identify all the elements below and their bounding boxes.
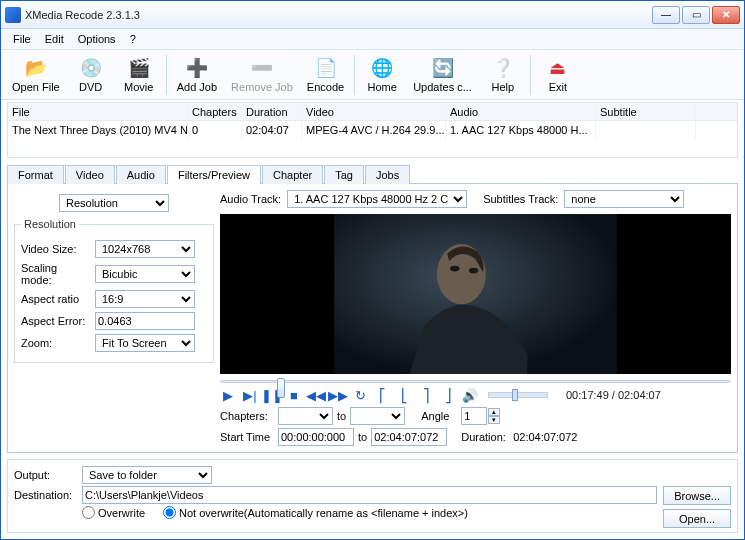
start-time-field[interactable] xyxy=(278,428,354,446)
svg-point-4 xyxy=(469,268,478,274)
next-frame-button[interactable]: ▶| xyxy=(242,387,258,403)
tab-tag[interactable]: Tag xyxy=(324,165,364,184)
encode-button[interactable]: 📄Encode xyxy=(300,53,351,97)
menu-help[interactable]: ? xyxy=(124,31,142,47)
disc-icon: 💿 xyxy=(80,57,102,79)
mark-out-button[interactable]: ⎦ xyxy=(440,387,456,403)
window-title: XMedia Recode 2.3.1.3 xyxy=(25,9,652,21)
angle-up[interactable]: ▴ xyxy=(488,408,500,416)
col-duration[interactable]: Duration xyxy=(242,103,302,120)
menubar: File Edit Options ? xyxy=(1,29,744,50)
chapter-from-select[interactable] xyxy=(278,407,333,425)
preview-frame xyxy=(220,214,731,374)
filters-panel: Resolution Resolution Video Size:1024x76… xyxy=(7,184,738,453)
home-button[interactable]: 🌐Home xyxy=(358,53,406,97)
maximize-button[interactable]: ▭ xyxy=(682,6,710,24)
scaling-mode-select[interactable]: Bicubic xyxy=(95,265,195,283)
plus-icon: ➕ xyxy=(186,57,208,79)
close-button[interactable]: ✕ xyxy=(712,6,740,24)
globe-icon: 🌐 xyxy=(371,57,393,79)
volume-slider[interactable] xyxy=(488,392,548,398)
end-time-field[interactable] xyxy=(371,428,447,446)
app-icon xyxy=(5,7,21,23)
tab-format[interactable]: Format xyxy=(7,165,64,184)
open-button[interactable]: Open... xyxy=(663,509,731,528)
chapter-to-select[interactable] xyxy=(350,407,405,425)
stop-button[interactable]: ■ xyxy=(286,387,302,403)
destination-field[interactable] xyxy=(82,486,657,504)
volume-icon[interactable]: 🔊 xyxy=(462,387,478,403)
film-icon: 🎬 xyxy=(128,57,150,79)
svg-point-3 xyxy=(450,266,459,272)
output-section: Output: Save to folder Destination: Over… xyxy=(7,459,738,533)
video-preview xyxy=(220,214,731,374)
overwrite-radio[interactable]: Overwrite xyxy=(82,506,145,519)
col-chapters[interactable]: Chapters xyxy=(188,103,242,120)
playback-controls: ▶ ▶| ❚❚ ■ ◀◀ ▶▶ ↻ ⎡ ⎣ ⎤ ⎦ 🔊 00:17:49 / 0… xyxy=(220,387,731,403)
rewind-button[interactable]: ◀◀ xyxy=(308,387,324,403)
seek-slider[interactable] xyxy=(220,380,731,383)
loop-button[interactable]: ↻ xyxy=(352,387,368,403)
video-size-select[interactable]: 1024x768 xyxy=(95,240,195,258)
aspect-ratio-select[interactable]: 16:9 xyxy=(95,290,195,308)
angle-down[interactable]: ▾ xyxy=(488,416,500,424)
angle-stepper[interactable]: ▴▾ xyxy=(461,407,500,425)
open-file-button[interactable]: 📂Open File xyxy=(5,53,67,97)
subtitles-track-select[interactable]: none xyxy=(564,190,684,208)
refresh-icon: 🔄 xyxy=(432,57,454,79)
dvd-button[interactable]: 💿DVD xyxy=(67,53,115,97)
forward-button[interactable]: ▶▶ xyxy=(330,387,346,403)
filter-select[interactable]: Resolution xyxy=(59,194,169,212)
col-audio[interactable]: Audio xyxy=(446,103,596,120)
mark-a-button[interactable]: ⎣ xyxy=(396,387,412,403)
exit-button[interactable]: ⏏Exit xyxy=(534,53,582,97)
titlebar: XMedia Recode 2.3.1.3 — ▭ ✕ xyxy=(1,1,744,29)
seek-thumb[interactable] xyxy=(277,378,285,398)
tabs: Format Video Audio Filters/Preview Chapt… xyxy=(7,164,738,184)
folder-open-icon: 📂 xyxy=(25,57,47,79)
tab-audio[interactable]: Audio xyxy=(116,165,166,184)
menu-edit[interactable]: Edit xyxy=(39,31,70,47)
tab-filters-preview[interactable]: Filters/Preview xyxy=(167,165,261,184)
audio-track-select[interactable]: 1. AAC 127 Kbps 48000 Hz 2 Channe xyxy=(287,190,467,208)
browse-button[interactable]: Browse... xyxy=(663,486,731,505)
play-button[interactable]: ▶ xyxy=(220,387,236,403)
remove-job-button: ➖Remove Job xyxy=(224,53,300,97)
add-job-button[interactable]: ➕Add Job xyxy=(170,53,224,97)
help-icon: ❔ xyxy=(492,57,514,79)
minus-icon: ➖ xyxy=(251,57,273,79)
menu-file[interactable]: File xyxy=(7,31,37,47)
file-row[interactable]: The Next Three Days (2010) MV4 NL ... 0 … xyxy=(8,121,737,139)
menu-options[interactable]: Options xyxy=(72,31,122,47)
file-grid: File Chapters Duration Video Audio Subti… xyxy=(7,102,738,158)
resolution-group: Resolution Video Size:1024x768 Scaling m… xyxy=(14,218,214,363)
zoom-select[interactable]: Fit To Screen xyxy=(95,334,195,352)
col-video[interactable]: Video xyxy=(302,103,446,120)
mark-in-button[interactable]: ⎡ xyxy=(374,387,390,403)
output-mode-select[interactable]: Save to folder xyxy=(82,466,212,484)
minimize-button[interactable]: — xyxy=(652,6,680,24)
tab-chapter[interactable]: Chapter xyxy=(262,165,323,184)
duration-value: 02:04:07:072 xyxy=(513,431,577,443)
tab-jobs[interactable]: Jobs xyxy=(365,165,410,184)
movie-button[interactable]: 🎬Movie xyxy=(115,53,163,97)
not-overwrite-radio[interactable]: Not overwrite(Automatically rename as <f… xyxy=(163,506,468,519)
updates-button[interactable]: 🔄Updates c... xyxy=(406,53,479,97)
encode-icon: 📄 xyxy=(315,57,337,79)
col-file[interactable]: File xyxy=(8,103,188,120)
tab-video[interactable]: Video xyxy=(65,165,115,184)
mark-b-button[interactable]: ⎤ xyxy=(418,387,434,403)
aspect-error-field[interactable] xyxy=(95,312,195,330)
toolbar: 📂Open File 💿DVD 🎬Movie ➕Add Job ➖Remove … xyxy=(1,50,744,100)
col-subtitle[interactable]: Subtitle xyxy=(596,103,696,120)
help-button[interactable]: ❔Help xyxy=(479,53,527,97)
exit-icon: ⏏ xyxy=(547,57,569,79)
time-display: 00:17:49 / 02:04:07 xyxy=(566,389,661,401)
